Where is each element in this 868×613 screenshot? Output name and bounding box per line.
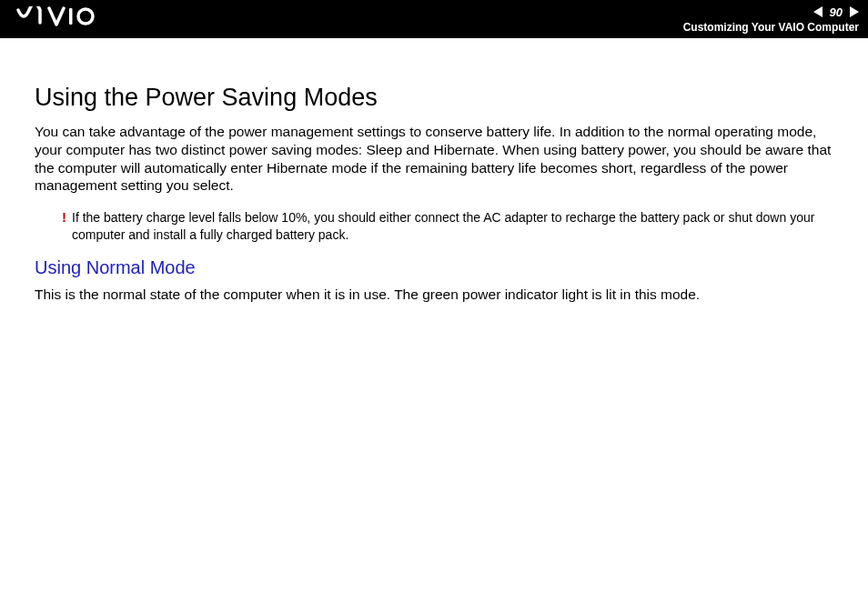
intro-paragraph: You can take advantage of the power mana… (35, 123, 843, 195)
svg-point-1 (78, 9, 93, 24)
breadcrumb: Customizing Your VAIO Computer (683, 21, 859, 34)
next-page-arrow-icon[interactable] (850, 6, 859, 17)
warning-block: ! If the battery charge level falls belo… (62, 209, 843, 242)
page-content: Using the Power Saving Modes You can tak… (0, 38, 868, 304)
sub-heading: Using Normal Mode (35, 257, 843, 278)
svg-rect-0 (69, 8, 73, 25)
prev-page-arrow-icon[interactable] (813, 6, 823, 17)
vaio-logo-svg (16, 6, 98, 26)
vaio-logo (16, 6, 98, 32)
main-heading: Using the Power Saving Modes (35, 84, 843, 112)
sub-body-paragraph: This is the normal state of the computer… (35, 286, 843, 304)
warning-icon: ! (62, 210, 66, 224)
warning-text: If the battery charge level falls below … (72, 209, 843, 242)
header-right: 90 Customizing Your VAIO Computer (683, 5, 859, 34)
page-number: 90 (826, 5, 846, 19)
page-header: 90 Customizing Your VAIO Computer (0, 0, 868, 38)
page-navigation: 90 (813, 5, 859, 19)
